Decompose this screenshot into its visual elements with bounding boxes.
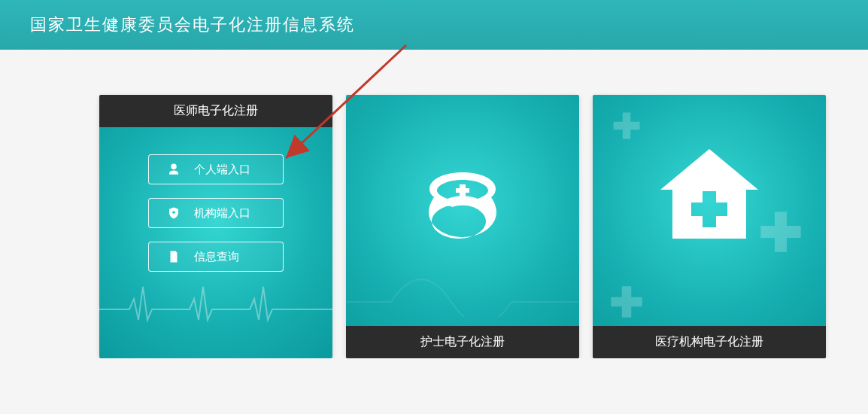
ecg-decoration: [99, 279, 332, 324]
card-doctor: 医师电子化注册 个人端入口 机构端入口 信息查询: [99, 95, 332, 358]
user-icon: [167, 163, 181, 176]
info-query-label: 信息查询: [194, 250, 239, 264]
card-hospital-body: [593, 95, 826, 358]
hospital-house-icon: [653, 140, 766, 253]
org-entry-button[interactable]: 机构端入口: [148, 198, 284, 228]
page-header: 国家卫生健康委员会电子化注册信息系统: [0, 0, 868, 50]
cards-row: 医师电子化注册 个人端入口 机构端入口 信息查询: [0, 50, 868, 358]
plus-icon: [757, 208, 805, 256]
personal-entry-label: 个人端入口: [194, 163, 250, 177]
card-nurse-body: [346, 95, 579, 358]
card-hospital[interactable]: 医疗机构电子化注册: [593, 95, 826, 358]
shield-icon: [167, 206, 181, 220]
plus-icon: [608, 283, 645, 321]
card-doctor-title: 医师电子化注册: [99, 95, 332, 127]
plus-icon: [611, 110, 642, 142]
personal-entry-button[interactable]: 个人端入口: [148, 154, 284, 184]
org-entry-label: 机构端入口: [194, 206, 250, 221]
card-doctor-body: 个人端入口 机构端入口 信息查询: [99, 127, 332, 358]
card-nurse-title: 护士电子化注册: [346, 326, 579, 358]
search-icon: [167, 250, 181, 263]
card-nurse[interactable]: 护士电子化注册: [346, 95, 579, 358]
info-query-button[interactable]: 信息查询: [148, 242, 284, 272]
nurse-cap-icon: [417, 159, 508, 249]
ecg-decoration: [346, 272, 579, 317]
page-title: 国家卫生健康委员会电子化注册信息系统: [30, 14, 355, 36]
card-hospital-title: 医疗机构电子化注册: [593, 326, 826, 358]
